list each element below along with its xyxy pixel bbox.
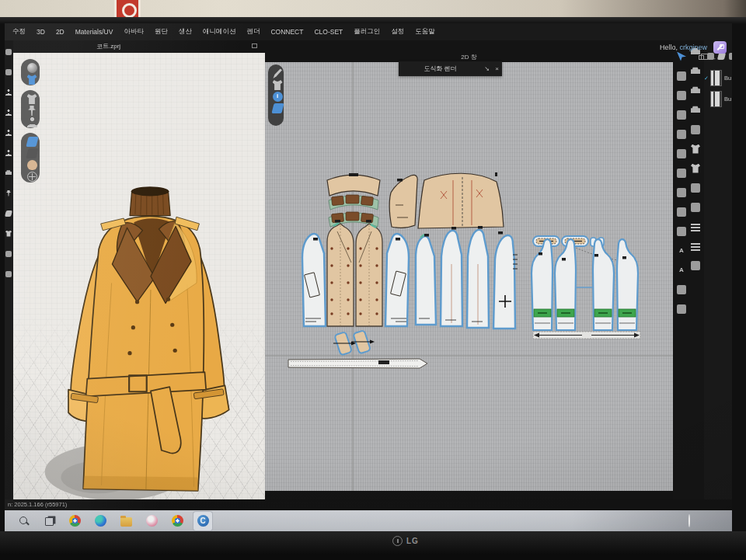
widget-button[interactable] — [712, 515, 720, 523]
buttonhole-3d-tool-button[interactable] — [5, 270, 12, 277]
garment-2d-tool-button[interactable] — [691, 144, 701, 154]
pink-app-button[interactable] — [142, 512, 161, 530]
zipper-tool-button[interactable] — [691, 241, 701, 251]
username-link[interactable]: crkginew — [679, 43, 707, 51]
network-button[interactable] — [699, 515, 706, 523]
file-explorer-button[interactable] — [117, 512, 135, 530]
coat-garment[interactable] — [68, 186, 229, 491]
simulate-tool-button[interactable] — [5, 48, 12, 55]
taskbar-search-button[interactable] — [14, 512, 33, 530]
avatar-size-tool-button[interactable] — [5, 129, 12, 136]
annotation-tool-button[interactable]: A — [677, 265, 687, 275]
seam-allowance-tool-button[interactable] — [677, 226, 687, 236]
line-sew-tool-button[interactable] — [691, 183, 701, 193]
menu-render[interactable]: 렌더 — [242, 25, 264, 39]
edit-sewing-tool-button[interactable] — [691, 105, 701, 115]
pattern-piece-waist-belt[interactable] — [288, 359, 427, 368]
viewport-3d[interactable] — [13, 53, 265, 499]
document-tab[interactable]: 코트.zprj — [96, 42, 120, 50]
rectangle-tool-button[interactable] — [677, 148, 687, 158]
fabric-list-item[interactable]: ✓ Bu — [704, 68, 732, 89]
grading-tool-button[interactable] — [677, 304, 687, 314]
grid-3d-button[interactable] — [27, 172, 34, 179]
menu-3d[interactable]: 3D — [32, 26, 50, 38]
tuck-tool-button[interactable] — [691, 163, 701, 173]
color-wheel-button[interactable] — [685, 515, 693, 523]
avatar-head-button[interactable] — [27, 160, 34, 167]
dart-tool-button[interactable] — [677, 187, 687, 197]
pattern-piece-side-back-1[interactable] — [416, 235, 436, 325]
garment-style-tool-button[interactable] — [5, 230, 12, 237]
select-move-tool-button[interactable] — [5, 68, 12, 75]
popout-arrow-icon[interactable]: → — [710, 55, 716, 61]
panel-close-button[interactable]: × — [492, 65, 502, 72]
menu-plugin[interactable]: 플러그인 — [349, 25, 385, 39]
steam-iron-tool-button[interactable] — [691, 124, 701, 134]
transform-pattern-tool-button[interactable] — [677, 51, 687, 61]
button-3d-tool-button[interactable] — [5, 250, 12, 257]
menu-production[interactable]: 생산 — [174, 25, 197, 39]
pattern-piece-back-yoke[interactable] — [418, 173, 504, 228]
show-pattern-button[interactable] — [273, 80, 280, 87]
menu-fabric[interactable]: 원단 — [150, 25, 173, 39]
menu-edit[interactable]: 수정 — [8, 25, 30, 39]
float-window-icon[interactable] — [252, 43, 257, 48]
avatar-tape-tool-button[interactable] — [5, 149, 12, 156]
menu-animation[interactable]: 애니메이션 — [198, 25, 241, 39]
panel-popout-button[interactable]: ↘ — [482, 65, 492, 72]
internal-polygon-tool-button[interactable] — [677, 168, 687, 178]
menu-help[interactable]: 도움말 — [410, 25, 440, 39]
trench-coat-3d-render[interactable] — [35, 121, 256, 516]
pattern-piece-front-facing-right[interactable] — [356, 224, 382, 326]
viewport-2d[interactable]: i 도식화 렌더 ↘ × — [265, 62, 673, 491]
pleats-tool-button[interactable] — [677, 284, 687, 294]
texture-3d-tool-button[interactable] — [5, 290, 12, 297]
avatar-move-tool-button[interactable] — [5, 109, 12, 116]
show-avatar-button[interactable] — [27, 117, 34, 124]
menu-2d[interactable]: 2D — [51, 26, 69, 38]
free-sewing-tool-button[interactable] — [691, 66, 701, 76]
pattern-piece-sleeves[interactable] — [532, 239, 638, 330]
menu-connect[interactable]: CONNECT — [266, 26, 308, 38]
pattern-piece-undercollar[interactable] — [389, 175, 417, 228]
sewing-3d-tool-button[interactable] — [5, 169, 12, 176]
highres-garment-button[interactable] — [27, 75, 34, 82]
menu-materials-uv[interactable]: Materials/UV — [71, 26, 118, 38]
pattern-piece-side-back-2[interactable] — [493, 235, 518, 329]
pin-3d-tool-button[interactable] — [5, 190, 12, 197]
pattern-piece-front-facing-left[interactable] — [327, 223, 354, 326]
shirring-tool-button[interactable] — [691, 221, 701, 231]
clo-app-button[interactable]: C — [193, 512, 212, 530]
chrome-button[interactable] — [65, 512, 84, 530]
pen-2d-button[interactable] — [273, 68, 280, 75]
texture-edit-tool-button[interactable] — [691, 280, 701, 290]
render-mode-button[interactable] — [27, 63, 34, 70]
fabric-view-off-button[interactable] — [27, 148, 34, 155]
avatar-pose-tool-button[interactable] — [5, 89, 12, 96]
texture-2d-button[interactable] — [273, 115, 280, 122]
menu-clo-set[interactable]: CLO-SET — [309, 26, 347, 38]
pattern-info-button[interactable]: i — [273, 92, 280, 99]
pattern-piece-front-right[interactable] — [385, 234, 409, 326]
pin-display-button[interactable] — [27, 106, 34, 113]
pattern-piece-front-left[interactable] — [302, 234, 326, 326]
edit-curvature-tool-button[interactable] — [677, 90, 687, 100]
pattern-piece-back-1[interactable] — [441, 231, 462, 326]
polygon-tool-button[interactable] — [677, 129, 687, 139]
hidden-icons-button[interactable] — [672, 515, 680, 523]
restore-window-icon[interactable] — [699, 55, 704, 60]
pattern-piece-collar[interactable] — [327, 175, 380, 227]
schematic-render-panel[interactable]: 도식화 렌더 ↘ × — [399, 61, 502, 76]
menu-settings[interactable]: 설정 — [386, 25, 409, 39]
task-view-button[interactable] — [40, 512, 58, 530]
pattern-piece-back-2[interactable] — [467, 230, 489, 328]
trace-tool-button[interactable] — [677, 207, 687, 217]
add-point-tool-button[interactable] — [677, 110, 687, 120]
show-garment-button[interactable] — [27, 94, 34, 101]
fabric-tab-button[interactable] — [718, 53, 725, 60]
chrome-2-button[interactable] — [168, 512, 186, 530]
edge-button[interactable] — [91, 512, 110, 530]
trim-tab-button[interactable] — [729, 53, 732, 60]
fabric-kit-tool-button[interactable] — [5, 210, 12, 217]
dash-sew-tool-button[interactable] — [691, 202, 701, 212]
